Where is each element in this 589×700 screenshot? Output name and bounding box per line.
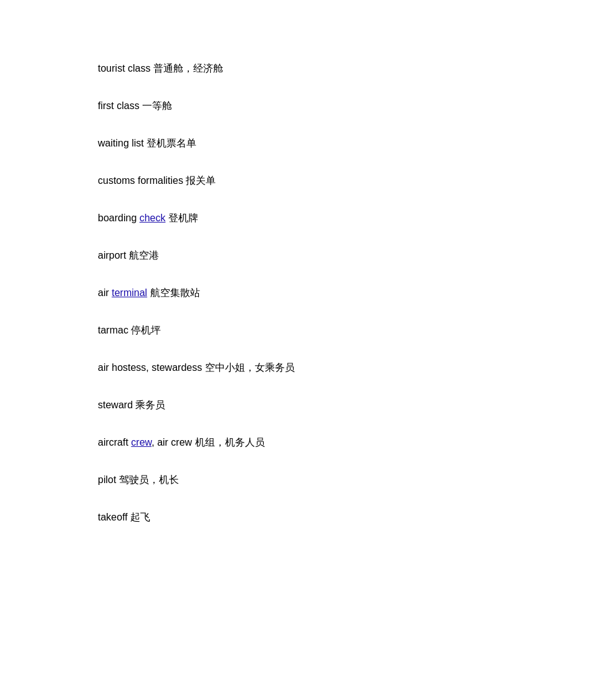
chinese-translation: 起飞 xyxy=(130,512,150,522)
english-term: waiting list xyxy=(98,138,144,148)
list-item: steward 乘务员 xyxy=(98,386,589,424)
english-term: steward xyxy=(98,400,133,410)
link-check[interactable]: check xyxy=(140,213,166,223)
english-term: pilot xyxy=(98,474,116,485)
english-term: tourist class xyxy=(98,63,150,74)
list-item: airport 航空港 xyxy=(98,237,589,274)
list-item: waiting list 登机票名单 xyxy=(98,125,589,162)
english-term: takeoff xyxy=(98,512,128,522)
link-crew[interactable]: crew xyxy=(131,437,151,448)
english-term: air hostess, stewardess xyxy=(98,362,202,373)
list-item: air hostess, stewardess 空中小姐，女乘务员 xyxy=(98,349,589,386)
chinese-translation: 登机牌 xyxy=(168,213,198,223)
chinese-translation: 航空集散站 xyxy=(150,287,200,298)
english-term-after: , air crew xyxy=(151,437,192,448)
chinese-translation: 一等舱 xyxy=(142,100,172,111)
english-term: tarmac xyxy=(98,325,128,335)
link-terminal[interactable]: terminal xyxy=(112,287,147,298)
english-term: customs formalities xyxy=(98,175,183,186)
list-item: tarmac 停机坪 xyxy=(98,312,589,349)
list-item: boarding check 登机牌 xyxy=(98,199,589,237)
english-term-before: boarding xyxy=(98,213,140,223)
chinese-translation: 报关单 xyxy=(186,175,216,186)
chinese-translation: 空中小姐，女乘务员 xyxy=(205,362,295,373)
english-term-before: air xyxy=(98,287,112,298)
chinese-translation: 机组，机务人员 xyxy=(195,437,265,448)
english-term: airport xyxy=(98,250,126,261)
list-item: pilot 驾驶员，机长 xyxy=(98,461,589,499)
chinese-translation: 航空港 xyxy=(129,250,159,261)
list-item: takeoff 起飞 xyxy=(98,499,589,536)
list-item: air terminal 航空集散站 xyxy=(98,274,589,312)
chinese-translation: 普通舱，经济舱 xyxy=(153,63,223,74)
chinese-translation: 登机票名单 xyxy=(146,138,196,148)
list-item: aircraft crew, air crew 机组，机务人员 xyxy=(98,424,589,461)
list-item: first class 一等舱 xyxy=(98,87,589,125)
list-item: tourist class 普通舱，经济舱 xyxy=(98,50,589,87)
list-item: customs formalities 报关单 xyxy=(98,162,589,199)
chinese-translation: 停机坪 xyxy=(131,325,161,335)
vocabulary-list: tourist class 普通舱，经济舱 first class 一等舱 wa… xyxy=(98,50,589,536)
english-term-before: aircraft xyxy=(98,437,131,448)
english-term: first class xyxy=(98,100,140,111)
chinese-translation: 乘务员 xyxy=(135,400,165,410)
chinese-translation: 驾驶员，机长 xyxy=(119,474,179,485)
